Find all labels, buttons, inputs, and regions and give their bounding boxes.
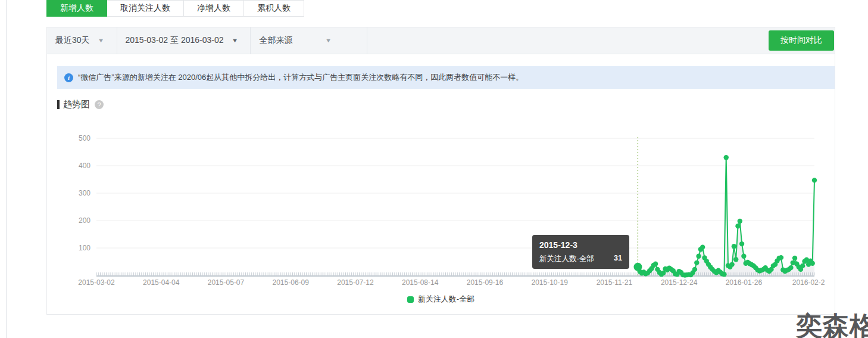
source-value: 全部来源 xyxy=(259,35,292,46)
time-range-value: 最近30天 xyxy=(55,35,90,46)
svg-text:100: 100 xyxy=(79,244,90,252)
svg-text:500: 500 xyxy=(79,134,90,142)
svg-text:2016-02-2: 2016-02-2 xyxy=(792,278,825,287)
metric-tabbar: 新增人数 取消关注人数 净增人数 累积人数 xyxy=(46,0,304,17)
svg-text:400: 400 xyxy=(79,162,90,170)
chevron-down-icon: ▼ xyxy=(97,38,104,44)
tab-new-followers[interactable]: 新增人数 xyxy=(46,0,107,17)
svg-text:2015-10-19: 2015-10-19 xyxy=(531,278,568,287)
time-range-dropdown[interactable]: 最近30天 ▼ xyxy=(47,27,117,54)
analytics-card: 最近30天 ▼ 2015-03-02 至 2016-03-02 ▼ 全部来源 ▼… xyxy=(46,27,835,315)
svg-text:2015-09-16: 2015-09-16 xyxy=(467,278,504,287)
compare-by-time-button[interactable]: 按时间对比 xyxy=(769,30,834,51)
chart-title: 趋势图 xyxy=(63,99,90,110)
info-icon: i xyxy=(64,73,73,82)
svg-text:2015-04-04: 2015-04-04 xyxy=(143,278,180,287)
tooltip-value: 31 xyxy=(614,254,622,264)
svg-text:2015-05-07: 2015-05-07 xyxy=(208,278,245,287)
chart-tooltip: 2015-12-3 新关注人数-全部 31 xyxy=(532,235,629,269)
svg-text:2015-03-02: 2015-03-02 xyxy=(78,278,115,287)
svg-text:200: 200 xyxy=(79,216,90,225)
source-dropdown[interactable]: 全部来源 ▼ xyxy=(251,27,367,54)
svg-text:2015-08-14: 2015-08-14 xyxy=(402,278,439,287)
title-marker xyxy=(57,100,60,109)
tab-net-growth[interactable]: 净增人数 xyxy=(184,0,244,17)
date-range-value: 2015-03-02 至 2016-03-02 xyxy=(126,35,224,46)
legend-swatch-icon xyxy=(407,296,414,303)
chevron-down-icon: ▼ xyxy=(231,38,238,44)
help-icon[interactable]: ? xyxy=(95,100,104,109)
trend-chart-svg[interactable]: 1002003004005002015-03-022015-04-042015-… xyxy=(47,129,836,296)
tooltip-date: 2015-12-3 xyxy=(539,240,622,250)
section-title: 趋势图 ? xyxy=(57,99,104,110)
svg-text:300: 300 xyxy=(79,189,90,197)
svg-text:2016-01-26: 2016-01-26 xyxy=(726,278,763,287)
legend-label: 新关注人数-全部 xyxy=(418,294,474,305)
date-range-dropdown[interactable]: 2015-03-02 至 2016-03-02 ▼ xyxy=(117,27,251,54)
svg-text:2015-12-24: 2015-12-24 xyxy=(661,278,698,287)
tab-cumulative[interactable]: 累积人数 xyxy=(244,0,304,17)
tab-unfollowers[interactable]: 取消关注人数 xyxy=(107,0,184,17)
filter-bar: 最近30天 ▼ 2015-03-02 至 2016-03-02 ▼ 全部来源 ▼… xyxy=(47,27,835,54)
legend-item[interactable]: 新关注人数-全部 xyxy=(47,294,835,305)
tooltip-series-name: 新关注人数-全部 xyxy=(539,254,594,264)
trend-chart[interactable]: 1002003004005002015-03-022015-04-042015-… xyxy=(47,129,836,296)
watermark: 奕森格 xyxy=(796,309,868,338)
notice-text: “微信广告”来源的新增关注在 2020/06起从其他中拆分给出，计算方式与广告主… xyxy=(78,72,523,83)
svg-text:2015-07-12: 2015-07-12 xyxy=(337,278,374,287)
page-border-line xyxy=(6,0,7,338)
notice-banner: i “微信广告”来源的新增关注在 2020/06起从其他中拆分给出，计算方式与广… xyxy=(57,66,835,89)
chevron-down-icon: ▼ xyxy=(325,38,332,44)
svg-text:2015-11-21: 2015-11-21 xyxy=(597,278,633,287)
svg-text:2015-06-09: 2015-06-09 xyxy=(273,278,310,287)
